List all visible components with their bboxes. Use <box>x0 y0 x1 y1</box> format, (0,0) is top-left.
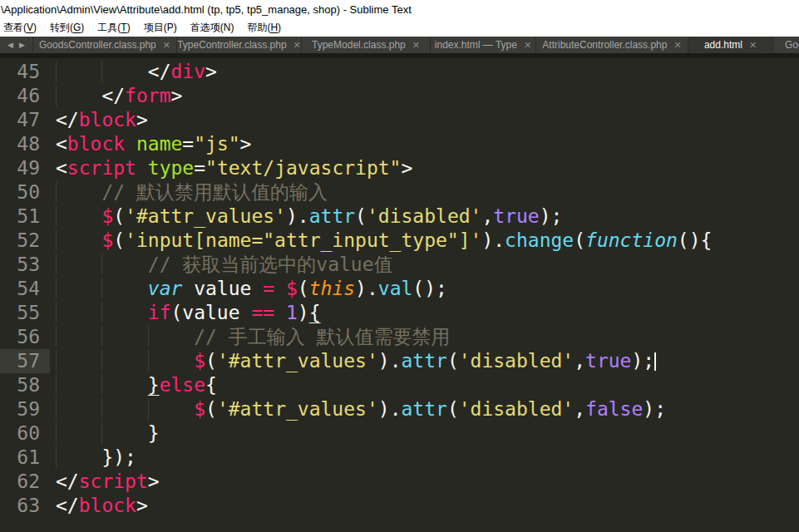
line-number: 50 <box>0 180 50 204</box>
indent-guide <box>56 61 148 82</box>
tab-close-icon[interactable]: ✕ <box>749 41 757 50</box>
tab-close-icon[interactable]: ✕ <box>673 41 681 50</box>
line-number: 61 <box>0 446 50 470</box>
code-line-56[interactable]: // 手工输入 默认值需要禁用 <box>56 325 799 349</box>
tab-scroll-right-icon[interactable]: ▶ <box>19 41 25 49</box>
tab-scroll-arrows: ◀ ▶ <box>0 37 33 53</box>
code-line-63[interactable]: </block> <box>56 494 799 518</box>
line-number: 58 <box>0 373 50 397</box>
indent-guide <box>56 181 101 203</box>
indent-guide <box>56 205 101 227</box>
code-line-53[interactable]: // 获取当前选中的value值 <box>56 253 799 277</box>
tab-label: AttributeController.class.php <box>542 39 667 51</box>
line-number: 62 <box>0 470 50 494</box>
tab-close-icon[interactable]: ✕ <box>163 41 170 50</box>
title-bar: \Application\Admin\View\Attribute\add.ht… <box>0 0 799 18</box>
code-line-59[interactable]: $('#attr_values').attr('disabled',false)… <box>56 397 799 421</box>
line-number: 54 <box>0 277 50 301</box>
tab-label: TypeController.class.php <box>177 39 286 51</box>
line-number: 59 <box>0 397 50 421</box>
tab-close-icon[interactable]: ✕ <box>524 41 531 50</box>
menu-item-project[interactable]: 项目(P) <box>137 21 184 35</box>
indent-guide <box>56 254 148 275</box>
code-line-58[interactable]: }else{ <box>56 373 799 397</box>
code-line-50[interactable]: // 默认禁用默认值的输入 <box>56 180 799 204</box>
tab-label: GoodsController.class.php <box>39 39 156 51</box>
window-title: \Application\Admin\View\Attribute\add.ht… <box>1 3 412 16</box>
menu-item-preferences[interactable]: 首选项(N) <box>184 21 241 35</box>
code-line-55[interactable]: if(value == 1){ <box>56 301 799 325</box>
line-number: 55 <box>0 301 50 325</box>
menu-item-goto[interactable]: 转到(G) <box>43 21 91 35</box>
line-number: 56 <box>0 325 50 349</box>
code-line-49[interactable]: <script type="text/javascript"> <box>56 156 799 180</box>
code-line-47[interactable]: </block> <box>56 108 799 132</box>
code-editor[interactable]: 45464748495051525354555657585960616263 <… <box>0 58 799 532</box>
indent-guide <box>56 350 194 372</box>
tab-label: TypeModel.class.php <box>312 39 406 51</box>
tab-add-html[interactable]: add.html✕ <box>688 37 773 53</box>
indent-guide <box>56 446 101 468</box>
code-line-60[interactable]: } <box>56 421 799 446</box>
indent-guide <box>56 302 148 323</box>
line-number: 48 <box>0 132 50 156</box>
code-line-57[interactable]: $('#attr_values').attr('disabled',true); <box>56 349 799 373</box>
tab-bar: ◀ ▶ GoodsController.class.php✕TypeContro… <box>0 37 799 53</box>
line-number: 47 <box>0 108 50 132</box>
tab-label: add.html <box>704 39 742 51</box>
tab-goodscontroller-class-php[interactable]: GoodsController.class.php✕ <box>33 37 177 53</box>
indent-guide <box>56 229 101 251</box>
tab-typemodel-class-php[interactable]: TypeModel.class.php✕ <box>302 37 431 53</box>
code-line-62[interactable]: </script> <box>56 470 799 494</box>
tab-close-icon[interactable]: ✕ <box>412 41 420 50</box>
tab-typecontroller-class-php[interactable]: TypeController.class.php✕ <box>177 37 302 53</box>
tab-index-html-type[interactable]: index.html — Type✕ <box>431 37 536 53</box>
indent-guide <box>56 278 148 299</box>
line-number: 51 <box>0 204 50 229</box>
code-line-46[interactable]: </form> <box>56 84 799 108</box>
text-caret <box>654 352 656 371</box>
indent-guide <box>56 422 148 444</box>
code-line-61[interactable]: }); <box>56 446 799 470</box>
code-line-54[interactable]: var value = $(this).val(); <box>56 277 799 301</box>
line-number: 52 <box>0 229 50 253</box>
tab-goods[interactable]: Goods <box>773 37 799 53</box>
indent-guide <box>56 374 148 396</box>
code-line-52[interactable]: $('input[name="attr_input_type"]').chang… <box>56 229 799 253</box>
tab-label: index.html — Type <box>435 39 517 51</box>
line-number: 57 <box>0 349 50 373</box>
menu-item-help[interactable]: 帮助(H) <box>240 21 288 35</box>
line-number: 45 <box>0 60 50 84</box>
code-line-45[interactable]: </div> <box>56 60 799 84</box>
menu-item-tools[interactable]: 工具(T) <box>91 21 136 35</box>
line-number-gutter: 45464748495051525354555657585960616263 <box>0 60 50 518</box>
indent-guide <box>56 398 194 420</box>
menu-bar: 查看(V)转到(G)工具(T)项目(P)首选项(N)帮助(H) <box>0 18 799 37</box>
code-line-51[interactable]: $('#attr_values').attr('disabled',true); <box>56 204 799 229</box>
line-number: 60 <box>0 421 50 446</box>
menu-item-view[interactable]: 查看(V) <box>0 21 43 35</box>
tab-attributecontroller-class-php[interactable]: AttributeController.class.php✕ <box>536 37 688 53</box>
tab-close-icon[interactable]: ✕ <box>293 41 301 50</box>
indent-guide <box>56 326 194 347</box>
code-line-48[interactable]: <block name="js"> <box>56 132 799 156</box>
tab-scroll-left-icon[interactable]: ◀ <box>7 41 13 49</box>
line-number: 63 <box>0 494 50 518</box>
indent-guide <box>56 85 101 106</box>
line-number: 46 <box>0 84 50 108</box>
line-number: 53 <box>0 253 50 277</box>
tab-label: Goods <box>785 39 799 51</box>
code-pane[interactable]: </div> </form></block><block name="js"><… <box>56 60 799 518</box>
line-number: 49 <box>0 156 50 180</box>
